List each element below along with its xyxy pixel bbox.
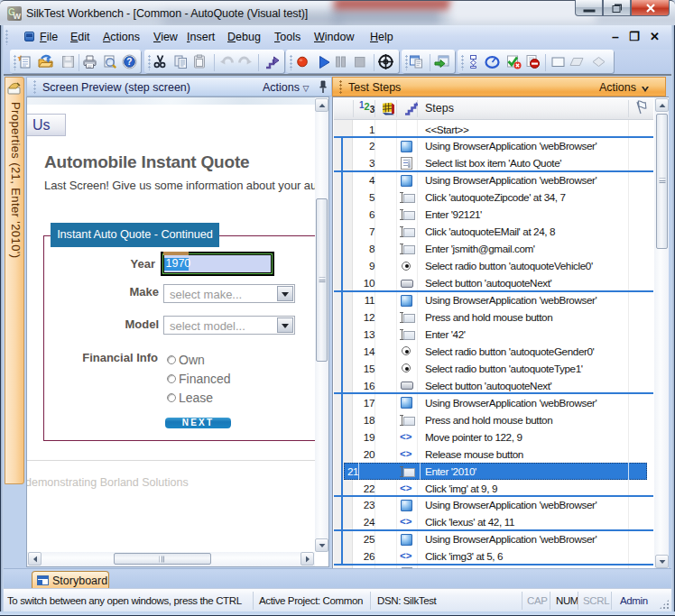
svg-text:?: ? — [126, 57, 132, 67]
